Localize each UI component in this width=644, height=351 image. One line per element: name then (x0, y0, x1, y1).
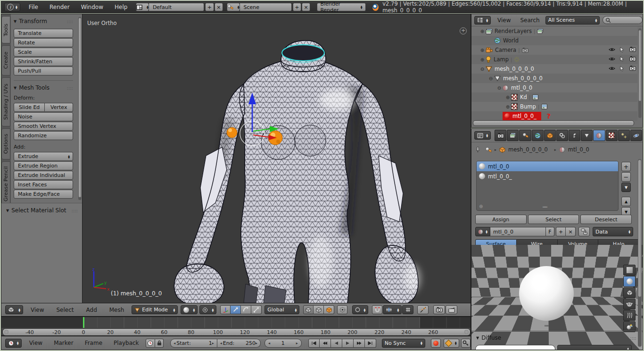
menu-marker[interactable]: Marker (54, 340, 73, 346)
outliner-search-input[interactable] (603, 16, 643, 24)
select-button[interactable]: Select (528, 215, 579, 224)
record-button[interactable] (431, 339, 441, 348)
tab-texture[interactable] (606, 130, 618, 141)
menu-view[interactable]: View (497, 17, 511, 24)
expand-icon[interactable]: ⊕ (479, 57, 486, 62)
select-mode-edge[interactable] (314, 305, 324, 314)
tab-tools[interactable]: Tools (1, 16, 10, 43)
tab-render[interactable] (495, 130, 506, 141)
tree-row-texture-kd[interactable]: ⊕ Kd | (471, 92, 637, 102)
tab-physics[interactable] (630, 130, 642, 141)
stepper-left-icon[interactable]: ◂ (220, 341, 222, 345)
pin-icon[interactable] (475, 147, 480, 153)
preview-flat-button[interactable] (623, 265, 636, 276)
stepper-left-icon[interactable]: ◂ (173, 341, 175, 345)
slide-edge-button[interactable]: Slide Ed (14, 103, 45, 112)
editor-type-menu[interactable] (474, 131, 491, 140)
prev-keyframe-button[interactable] (320, 339, 331, 348)
sync-mode-select[interactable]: No Sync (382, 339, 425, 348)
link-data-select[interactable]: Data (593, 227, 633, 236)
scene-browse[interactable] (227, 3, 240, 11)
menu-render[interactable]: Render (50, 4, 70, 10)
tree-row-material[interactable]: ⊖ mtl_0_0 (471, 83, 637, 92)
orientation-select[interactable]: Global (264, 305, 299, 314)
panel-grip-icon[interactable]: :::: (72, 208, 78, 213)
menu-search[interactable]: Search (520, 17, 540, 24)
menu-help[interactable]: Help (115, 4, 127, 10)
unlink-material-button[interactable]: × (566, 227, 576, 236)
hide-toggle[interactable] (609, 56, 615, 63)
assign-button[interactable]: Assign (475, 215, 527, 224)
menu-view[interactable]: View (29, 340, 42, 346)
hide-toggle[interactable] (609, 66, 615, 72)
snap-toggle[interactable] (372, 305, 382, 314)
slot-row-active[interactable]: mtl_0_0 (477, 161, 618, 171)
collapse-icon[interactable]: ⊖ (487, 76, 494, 81)
shrink-fatten-button[interactable]: Shrink/Fatten (14, 57, 73, 66)
randomize-button[interactable]: Randomize (14, 131, 73, 140)
outliner-hscrollbar[interactable] (473, 120, 634, 126)
scene-delete-button[interactable]: × (302, 3, 310, 11)
push-pull-button[interactable]: Push/Pull (14, 67, 73, 75)
expand-icon[interactable]: ⊕ (479, 29, 486, 34)
deselect-button[interactable]: Deselect (580, 215, 632, 224)
tab-shading-uvs[interactable]: Shading / UVs (1, 77, 10, 126)
menu-window[interactable]: Window (81, 4, 103, 10)
tree-label[interactable]: RenderLayers (495, 28, 532, 34)
tree-row-renderlayers[interactable]: ⊕ RenderLayers | (471, 26, 637, 36)
stepper-left-icon[interactable]: ◂ (268, 341, 270, 345)
noise-button[interactable]: Noise (14, 112, 73, 121)
tab-object[interactable] (544, 130, 556, 141)
end-frame-field[interactable]: ◂ End: 250 ▸ (217, 339, 261, 348)
extrude-region-button[interactable]: Extrude Region (14, 161, 73, 170)
tree-label[interactable]: Kd (520, 94, 527, 100)
manipulator-rotate[interactable] (241, 305, 251, 314)
tab-create[interactable]: Create (1, 45, 10, 75)
preview-hair-button[interactable] (623, 310, 636, 321)
error-highlight[interactable]: mtl_0_0_ (503, 112, 541, 120)
diffuse-shader-select[interactable] (557, 345, 632, 350)
rotate-button[interactable]: Rotate (14, 38, 73, 47)
preview-sphere-button[interactable] (623, 276, 636, 287)
add-slot-button[interactable]: + (621, 162, 631, 171)
menu-mesh[interactable]: Mesh (109, 307, 124, 313)
move-slot-up-button[interactable]: ▲ (621, 197, 631, 206)
editor-type-menu[interactable] (474, 16, 491, 25)
tab-material[interactable] (593, 130, 605, 141)
tree-row-world[interactable]: World (471, 36, 637, 45)
manipulator-scale[interactable] (251, 305, 262, 314)
play-reverse-button[interactable] (331, 339, 342, 348)
tree-row-texture-bump[interactable]: ⊕ Bump | (471, 102, 637, 111)
keying-set-select[interactable] (444, 339, 459, 348)
menu-frame[interactable]: Frame (85, 340, 102, 346)
snap-peel-toggle[interactable] (417, 305, 429, 314)
display-scope-select[interactable]: All Scenes (545, 16, 600, 25)
scene-add-button[interactable]: + (293, 3, 301, 11)
render-engine-select[interactable]: Blender Render (317, 3, 365, 11)
tool-shelf-scrollbar[interactable] (78, 17, 82, 200)
panel-select-material-slot-header[interactable]: ▼ Select Material Slot :::: (6, 207, 78, 214)
list-resize-grip[interactable]: ══ (543, 205, 547, 209)
scale-button[interactable]: Scale (14, 48, 73, 57)
tab-render-layers[interactable] (507, 130, 519, 141)
screen-layout-name[interactable]: Default (149, 3, 204, 11)
mesh-object[interactable] (83, 14, 471, 303)
panel-grip-icon[interactable]: :::: (67, 85, 73, 91)
stepper-right-icon[interactable]: ▸ (212, 341, 214, 345)
tree-label[interactable]: Bump (520, 103, 536, 110)
stepper-right-icon[interactable]: ▸ (296, 341, 298, 345)
mode-select[interactable]: Edit Mode (132, 305, 178, 314)
tab-grease-pencil[interactable]: Grease Pencil (1, 161, 10, 207)
jump-to-start-button[interactable] (308, 339, 320, 348)
editor-type-menu[interactable] (5, 339, 22, 348)
preview-monkey-button[interactable] (623, 299, 636, 309)
properties-vscrollbar[interactable] (638, 159, 642, 347)
smooth-vertex-button[interactable]: Smooth Vertex (14, 122, 73, 131)
menu-view[interactable]: View (31, 307, 44, 313)
tab-object-data[interactable] (581, 130, 593, 141)
selectable-toggle[interactable] (619, 47, 624, 54)
outliner-vscrollbar[interactable] (638, 28, 642, 118)
current-frame-field[interactable]: ◂ 1 ▸ (264, 339, 302, 348)
breadcrumb-material[interactable]: mtl_0_0 (568, 146, 589, 153)
tab-modifiers[interactable] (569, 130, 580, 141)
